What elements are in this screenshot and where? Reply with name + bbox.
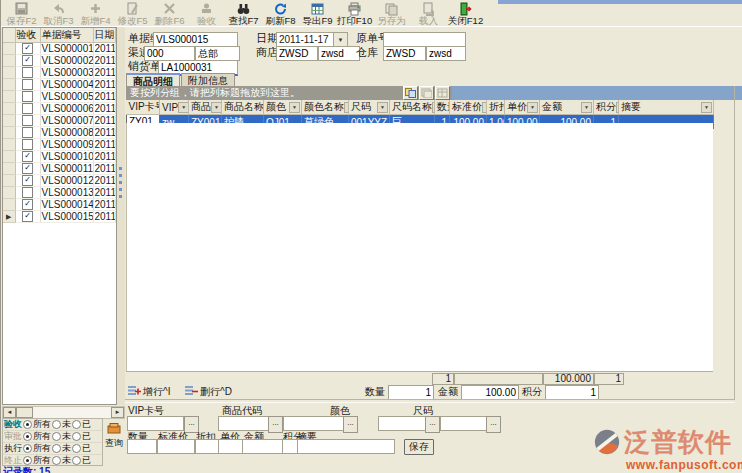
entry-amount-field[interactable]	[242, 439, 283, 454]
refresh-button[interactable]: 刷新F8	[262, 2, 299, 26]
warehouse-name-field[interactable]	[426, 46, 466, 61]
add-row-button[interactable]: 增行^I	[128, 385, 170, 398]
filter-dropdown-icon[interactable]: ▼	[211, 102, 222, 113]
scroll-left-icon[interactable]: ◄	[3, 407, 16, 418]
accepted-checkbox[interactable]	[22, 103, 33, 114]
product-name-field[interactable]	[283, 416, 345, 431]
filter-dropdown-icon[interactable]: ▼	[178, 102, 188, 113]
accepted-checkbox[interactable]	[22, 79, 33, 90]
grid-column-header[interactable]: 单价▼	[505, 100, 540, 115]
vip-card-field[interactable]	[127, 416, 184, 431]
layout-icon[interactable]	[403, 86, 418, 100]
store-name-field[interactable]	[318, 46, 360, 61]
filter-dropdown-icon[interactable]: ▼	[377, 102, 388, 113]
total-points-field[interactable]	[545, 385, 599, 400]
document-list-row[interactable]: ✓VLS0000012011-1	[3, 43, 116, 55]
query-button[interactable]: 查询	[104, 423, 124, 451]
radio-icon[interactable]	[52, 456, 61, 465]
document-list-row[interactable]: ✓VLS0000102011-1	[3, 151, 116, 163]
panel-splitter[interactable]	[117, 27, 125, 405]
close-button[interactable]: 关闭F12	[447, 2, 484, 26]
document-list-row[interactable]: VLS0000082011-1	[3, 127, 116, 139]
grid-column-header[interactable]: 商品▼	[189, 100, 222, 115]
radio-option-未[interactable]: 未	[52, 454, 71, 467]
grid-column-header[interactable]: 摘要▼	[619, 100, 714, 115]
grid-column-header[interactable]: VIP▼	[160, 100, 189, 115]
total-qty-field[interactable]	[388, 385, 434, 400]
store-code-field[interactable]	[276, 46, 318, 61]
radio-icon[interactable]	[52, 420, 61, 429]
product-name-browse-button[interactable]: ...	[343, 416, 358, 433]
accepted-checkbox[interactable]: ✓	[22, 199, 33, 210]
doc-no-field[interactable]	[153, 32, 238, 47]
filter-dropdown-icon[interactable]: ▼	[701, 102, 712, 113]
radio-icon[interactable]	[23, 432, 32, 441]
channel-code-field[interactable]	[144, 46, 195, 61]
tab-extra-info[interactable]: 附加信息	[181, 73, 235, 87]
radio-icon[interactable]	[23, 420, 32, 429]
accepted-checkbox[interactable]: ✓	[22, 55, 33, 66]
color-browse-button[interactable]: ...	[425, 416, 440, 433]
export-button[interactable]: 导出F9	[299, 2, 336, 26]
filter-dropdown-icon[interactable]: ▼	[344, 102, 349, 113]
accepted-checkbox[interactable]	[22, 127, 33, 138]
grid-column-header[interactable]: 积分▼	[594, 100, 619, 115]
total-amount-field[interactable]	[461, 385, 519, 400]
grid-column-header[interactable]: 金额▼	[540, 100, 594, 115]
accepted-column-header[interactable]: 验收	[15, 28, 40, 43]
entry-qty-field[interactable]	[127, 439, 157, 454]
date-column-header[interactable]: 日期 ▲	[93, 28, 116, 43]
grid-column-header[interactable]: 折扣▼	[487, 100, 505, 115]
accepted-checkbox[interactable]: ✓	[22, 163, 33, 174]
document-list-row[interactable]: VLS0000032011-1	[3, 67, 116, 79]
save-line-button[interactable]: 保存	[404, 439, 434, 455]
radio-icon[interactable]	[23, 456, 32, 465]
grid-column-header[interactable]: 尺码名称▼	[390, 100, 435, 115]
radio-icon[interactable]	[72, 456, 81, 465]
accepted-checkbox[interactable]: ✓	[22, 43, 33, 54]
entry-memo-field[interactable]	[297, 439, 395, 454]
document-list-row[interactable]: VLS0000062011-1	[3, 103, 116, 115]
accepted-checkbox[interactable]	[22, 115, 33, 126]
entry-discount-field[interactable]	[195, 439, 219, 454]
document-list-row[interactable]: VLS0000072011-1	[3, 115, 116, 127]
delete-row-button[interactable]: 删行^D	[185, 385, 232, 398]
grid-column-header[interactable]: VIP卡号▼	[127, 100, 160, 115]
grid-column-header[interactable]: 商品名称▼	[222, 100, 264, 115]
scroll-right-icon[interactable]: ►	[111, 407, 124, 418]
grid-column-header[interactable]: 颜色名称▼	[302, 100, 349, 115]
color-field[interactable]	[378, 416, 427, 431]
filter-dropdown-icon[interactable]: ▼	[527, 102, 538, 113]
accepted-checkbox[interactable]: ✓	[22, 151, 33, 162]
document-list-row[interactable]: ✓VLS0000022011-1	[3, 55, 116, 67]
radio-icon[interactable]	[52, 432, 61, 441]
accepted-checkbox[interactable]	[22, 67, 33, 78]
radio-icon[interactable]	[72, 432, 81, 441]
product-code-browse-button[interactable]: ...	[268, 416, 283, 433]
accepted-checkbox[interactable]	[22, 91, 33, 102]
radio-icon[interactable]	[23, 444, 32, 453]
document-list-row[interactable]: VLS0000042011-1	[3, 79, 116, 91]
document-list-row[interactable]: ▶✓VLS0000152011-1	[3, 211, 116, 223]
document-list-row[interactable]: ✓VLS0000122011-1	[3, 175, 116, 187]
radio-icon[interactable]	[72, 444, 81, 453]
document-list[interactable]: 验收 单据编号 日期 ▲ ✓VLS0000012011-1✓VLS0000022…	[2, 27, 117, 405]
filter-dropdown-icon[interactable]: ▼	[289, 102, 300, 113]
grid-column-header[interactable]: 数量▼	[435, 100, 450, 115]
radio-option-已[interactable]: 已	[72, 454, 91, 467]
scroll-thumb[interactable]	[16, 407, 33, 418]
find-button[interactable]: 查找F7	[225, 2, 262, 26]
document-list-row[interactable]: ✓VLS0000112011-1	[3, 163, 116, 175]
grid-column-header[interactable]: 颜色▼	[264, 100, 302, 115]
accepted-checkbox[interactable]	[22, 187, 33, 198]
document-list-row[interactable]: VLS0000092011-1	[3, 139, 116, 151]
document-list-row[interactable]: VLS0000132011-1	[3, 187, 116, 199]
size-browse-button[interactable]: ...	[486, 416, 501, 433]
radio-icon[interactable]	[72, 420, 81, 429]
document-list-row[interactable]: ✓VLS0000142011-1	[3, 199, 116, 211]
group-by-bar[interactable]: 要按列分组，请把列标题拖放到这里。	[126, 86, 742, 100]
grid-column-header[interactable]: 尺码▼	[349, 100, 390, 115]
channel-name-field[interactable]	[195, 46, 240, 61]
radio-icon[interactable]	[52, 444, 61, 453]
accepted-checkbox[interactable]: ✓	[22, 175, 33, 186]
